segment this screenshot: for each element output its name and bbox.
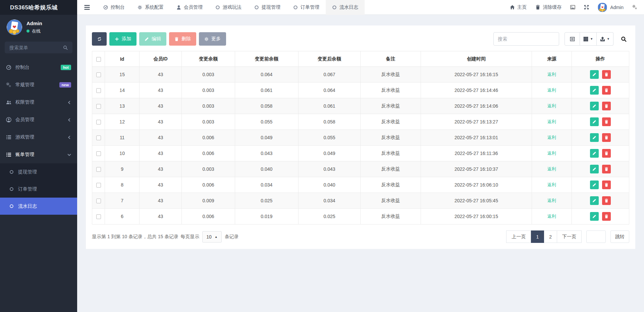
next-page-button[interactable]: 下一页 [557, 230, 582, 243]
settings-gears-icon[interactable] [632, 5, 637, 10]
row-delete-button[interactable] [602, 212, 611, 221]
detail-view-button[interactable] [565, 32, 580, 46]
gallery-icon[interactable] [570, 5, 575, 10]
row-checkbox[interactable] [96, 104, 101, 109]
sidebar-item-games[interactable]: 游戏管理 [0, 128, 77, 146]
sidebar-item-billing[interactable]: 账单管理 [0, 146, 77, 163]
sidebar-item-members[interactable]: 会员管理 [0, 111, 77, 128]
row-edit-button[interactable] [590, 86, 599, 95]
row-edit-button[interactable] [590, 180, 599, 189]
sidebar-item-general[interactable]: 常规管理 new [0, 76, 77, 94]
row-checkbox[interactable] [96, 151, 101, 156]
user-menu[interactable]: Admin [598, 3, 624, 12]
sidebar-item-flow-log[interactable]: 流水日志 [0, 198, 77, 215]
row-delete-button[interactable] [602, 149, 611, 158]
tab-members[interactable]: 会员管理 [170, 0, 209, 15]
row-checkbox[interactable] [96, 183, 101, 188]
page-button-1[interactable]: 1 [531, 230, 544, 243]
columns-button[interactable]: ▼ [580, 32, 597, 46]
source-link[interactable]: 返利 [547, 88, 556, 93]
export-button[interactable]: ▼ [597, 32, 613, 46]
home-link[interactable]: 主页 [510, 4, 527, 10]
sidebar-item-permissions[interactable]: 权限管理 [0, 94, 77, 111]
source-link[interactable]: 返利 [547, 103, 556, 108]
row-edit-button[interactable] [590, 70, 599, 79]
tab-game-play[interactable]: 游戏玩法 [209, 0, 248, 15]
cell-created-time: 2022-05-27 16:16:15 [421, 67, 532, 83]
hamburger-menu-icon[interactable] [77, 5, 97, 10]
source-link[interactable]: 返利 [547, 151, 556, 156]
delete-button[interactable]: 删除 [169, 32, 196, 46]
add-button[interactable]: 添加 [109, 32, 137, 46]
sidebar-item-orders[interactable]: 订单管理 [0, 180, 77, 198]
page-button-2[interactable]: 2 [544, 230, 557, 243]
source-link[interactable]: 返利 [547, 72, 556, 77]
row-checkbox[interactable] [96, 120, 101, 124]
column-header[interactable]: 会员ID [139, 51, 181, 67]
tab-withdrawals[interactable]: 提现管理 [248, 0, 287, 15]
row-edit-button[interactable] [590, 133, 599, 142]
cell-remark: 反水收益 [361, 114, 421, 130]
column-header[interactable]: 备注 [361, 51, 421, 67]
tab-dashboard[interactable]: 控制台 [97, 0, 131, 15]
source-link[interactable]: 返利 [547, 166, 556, 171]
jump-button[interactable]: 跳转 [610, 230, 629, 243]
row-delete-button[interactable] [602, 86, 611, 95]
source-link[interactable]: 返利 [547, 198, 556, 203]
more-button[interactable]: 更多 [199, 32, 226, 46]
source-link[interactable]: 返利 [547, 119, 556, 124]
source-link[interactable]: 返利 [547, 135, 556, 140]
row-delete-button[interactable] [602, 196, 611, 205]
row-checkbox[interactable] [96, 88, 101, 93]
cell-actions [572, 209, 629, 224]
column-header[interactable]: 创建时间 [421, 51, 532, 67]
sidebar-item-withdrawals[interactable]: 提现管理 [0, 163, 77, 180]
cell-source: 返利 [532, 67, 572, 83]
page-size-select[interactable]: 10 ▲ [202, 231, 222, 243]
edit-button[interactable]: 编辑 [139, 32, 166, 46]
source-link[interactable]: 返利 [547, 214, 556, 219]
row-edit-button[interactable] [590, 165, 599, 173]
row-checkbox[interactable] [96, 199, 101, 203]
clear-cache-link[interactable]: 清除缓存 [535, 4, 561, 10]
top-navbar: 控制台 系统配置 会员管理 游戏玩法 提现管理 订单管理 流水日志 [77, 0, 644, 15]
row-delete-button[interactable] [602, 180, 611, 189]
row-delete-button[interactable] [602, 133, 611, 142]
row-edit-button[interactable] [590, 212, 599, 221]
prev-page-button[interactable]: 上一页 [506, 230, 531, 243]
column-header[interactable]: 变更余额 [182, 51, 235, 67]
column-header[interactable]: 操作 [572, 51, 629, 67]
row-edit-button[interactable] [590, 196, 599, 205]
tab-system-config[interactable]: 系统配置 [131, 0, 170, 15]
refresh-button[interactable] [92, 32, 107, 46]
row-delete-button[interactable] [602, 117, 611, 126]
search-button[interactable] [618, 34, 629, 45]
row-checkbox[interactable] [96, 214, 101, 219]
menu-search-input[interactable] [9, 45, 63, 50]
cell-remark: 反水收益 [361, 209, 421, 224]
select-all-checkbox[interactable] [96, 57, 101, 62]
row-checkbox[interactable] [96, 72, 101, 77]
row-delete-button[interactable] [602, 102, 611, 110]
row-edit-button[interactable] [590, 149, 599, 158]
tab-flow-log[interactable]: 流水日志 [326, 0, 365, 15]
row-delete-button[interactable] [602, 165, 611, 173]
source-link[interactable]: 返利 [547, 182, 556, 187]
column-header[interactable]: Id [105, 51, 139, 67]
row-edit-button[interactable] [590, 102, 599, 110]
column-header[interactable]: 变更后余额 [298, 51, 361, 67]
table-search-input[interactable] [493, 32, 559, 46]
row-checkbox[interactable] [96, 167, 101, 172]
sidebar-item-label: 常规管理 [15, 82, 34, 88]
fullscreen-icon[interactable] [584, 5, 589, 10]
column-header[interactable]: 变更前余额 [235, 51, 298, 67]
user-panel: Admin 在线 [0, 15, 77, 38]
jump-page-input[interactable] [586, 230, 606, 243]
tab-orders[interactable]: 订单管理 [287, 0, 326, 15]
column-header[interactable]: 来源 [532, 51, 572, 67]
row-checkbox[interactable] [96, 136, 101, 140]
sidebar-item-dashboard[interactable]: 控制台 hot [0, 59, 77, 76]
row-edit-button[interactable] [590, 117, 599, 126]
row-delete-button[interactable] [602, 70, 611, 79]
app-logo[interactable]: DS365哈希娱乐城 [0, 0, 77, 15]
